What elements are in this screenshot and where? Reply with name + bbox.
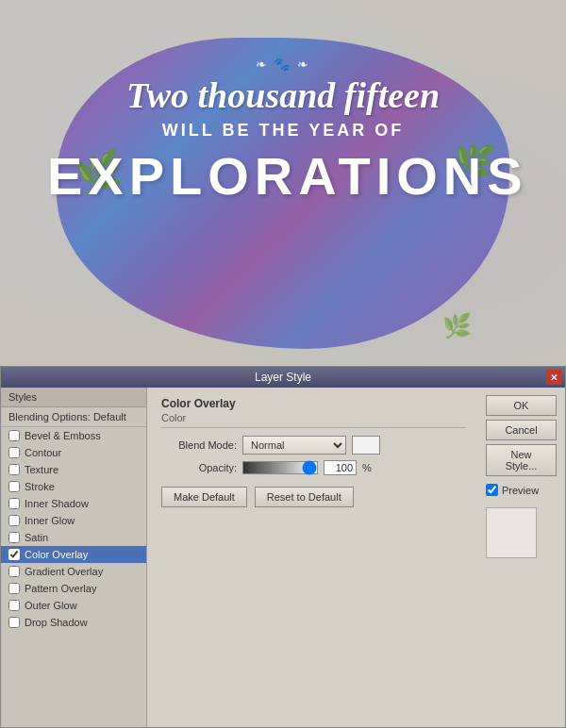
color-swatch[interactable] [352, 436, 380, 455]
label-pattern-overlay: Pattern Overlay [25, 583, 96, 594]
layer-item-stroke[interactable]: Stroke [1, 478, 146, 495]
make-default-button[interactable]: Make Default [161, 487, 247, 507]
blend-mode-row: Blend Mode: NormalDissolveMultiplyScreen… [161, 436, 466, 455]
preview-label: Preview [502, 485, 539, 496]
section-title: Color Overlay [161, 397, 466, 410]
layer-item-gradient-overlay[interactable]: Gradient Overlay [1, 563, 146, 580]
bottom-buttons: Make Default Reset to Default [161, 487, 466, 507]
label-stroke: Stroke [25, 481, 55, 492]
subtitle-text: WILL BE THE YEAR OF [47, 121, 519, 141]
opacity-row: Opacity: 100 % [161, 460, 466, 475]
preview-swatch [486, 507, 537, 558]
layer-item-outer-glow[interactable]: Outer Glow [1, 597, 146, 614]
layer-item-inner-glow[interactable]: Inner Glow [1, 512, 146, 529]
opacity-slider[interactable] [242, 461, 318, 474]
percent-label: % [362, 462, 372, 473]
layer-style-dialog: Layer Style ✕ Styles Blending Options: D… [0, 366, 566, 728]
canvas-text: ❧ 🐾 ❧ Two thousand fifteen WILL BE THE Y… [47, 57, 519, 207]
layer-item-inner-shadow[interactable]: Inner Shadow [1, 495, 146, 512]
layer-items-list: Bevel & EmbossContourTextureStrokeInner … [1, 427, 146, 631]
label-inner-glow: Inner Glow [25, 515, 75, 526]
checkbox-inner-shadow[interactable] [8, 498, 20, 509]
checkbox-contour[interactable] [8, 447, 20, 458]
label-drop-shadow: Drop Shadow [25, 617, 88, 628]
dialog-body: Styles Blending Options: Default Bevel &… [1, 388, 565, 727]
right-panel: OK Cancel New Style... Preview [480, 388, 565, 727]
checkbox-drop-shadow[interactable] [8, 617, 20, 628]
label-texture: Texture [25, 464, 58, 475]
cancel-button[interactable]: Cancel [486, 420, 557, 440]
reset-default-button[interactable]: Reset to Default [255, 487, 354, 507]
checkbox-bevel-emboss[interactable] [8, 430, 20, 441]
section-subtitle: Color [161, 412, 466, 428]
label-inner-shadow: Inner Shadow [25, 498, 89, 509]
checkbox-outer-glow[interactable] [8, 600, 20, 611]
blend-mode-label: Blend Mode: [161, 439, 237, 451]
checkbox-satin[interactable] [8, 532, 20, 543]
canvas-area: 🌿 🌿 🌿 ❧ 🐾 ❧ Two thousand fifteen WILL BE… [0, 0, 566, 368]
dialog-title: Layer Style [255, 371, 311, 384]
decorative-top: ❧ 🐾 ❧ [47, 57, 519, 72]
layer-item-satin[interactable]: Satin [1, 529, 146, 546]
opacity-label: Opacity: [161, 462, 237, 473]
styles-header: Styles [1, 388, 146, 407]
dialog-close-button[interactable]: ✕ [546, 370, 561, 385]
label-gradient-overlay: Gradient Overlay [25, 566, 103, 577]
script-text: Two thousand fifteen [47, 76, 519, 116]
layer-item-texture[interactable]: Texture [1, 461, 146, 478]
layer-item-pattern-overlay[interactable]: Pattern Overlay [1, 580, 146, 597]
preview-row: Preview [486, 484, 559, 496]
blending-options-item[interactable]: Blending Options: Default [1, 407, 146, 427]
label-satin: Satin [25, 532, 48, 543]
preview-checkbox[interactable] [486, 484, 498, 496]
label-bevel-emboss: Bevel & Emboss [25, 430, 101, 441]
checkbox-texture[interactable] [8, 464, 20, 475]
layer-item-drop-shadow[interactable]: Drop Shadow [1, 614, 146, 631]
checkbox-inner-glow[interactable] [8, 515, 20, 526]
checkbox-gradient-overlay[interactable] [8, 566, 20, 577]
blend-mode-select[interactable]: NormalDissolveMultiplyScreenOverlaySoft … [242, 436, 346, 455]
decorative-bottom-right: 🌿 [442, 312, 472, 339]
checkbox-color-overlay[interactable] [8, 549, 20, 560]
label-color-overlay: Color Overlay [25, 549, 88, 560]
center-panel: Color Overlay Color Blend Mode: NormalDi… [147, 388, 480, 727]
big-explorations-text: EXPLORATIONS [47, 145, 519, 207]
label-contour: Contour [25, 447, 61, 458]
label-outer-glow: Outer Glow [25, 600, 77, 611]
layer-item-bevel-emboss[interactable]: Bevel & Emboss [1, 427, 146, 444]
ok-button[interactable]: OK [486, 395, 557, 416]
left-panel: Styles Blending Options: Default Bevel &… [1, 388, 147, 727]
layer-item-contour[interactable]: Contour [1, 444, 146, 461]
dialog-titlebar: Layer Style ✕ [1, 367, 565, 388]
new-style-button[interactable]: New Style... [486, 444, 557, 476]
layer-item-color-overlay[interactable]: Color Overlay [1, 546, 146, 563]
opacity-input[interactable]: 100 [324, 460, 357, 475]
checkbox-pattern-overlay[interactable] [8, 583, 20, 594]
checkbox-stroke[interactable] [8, 481, 20, 492]
